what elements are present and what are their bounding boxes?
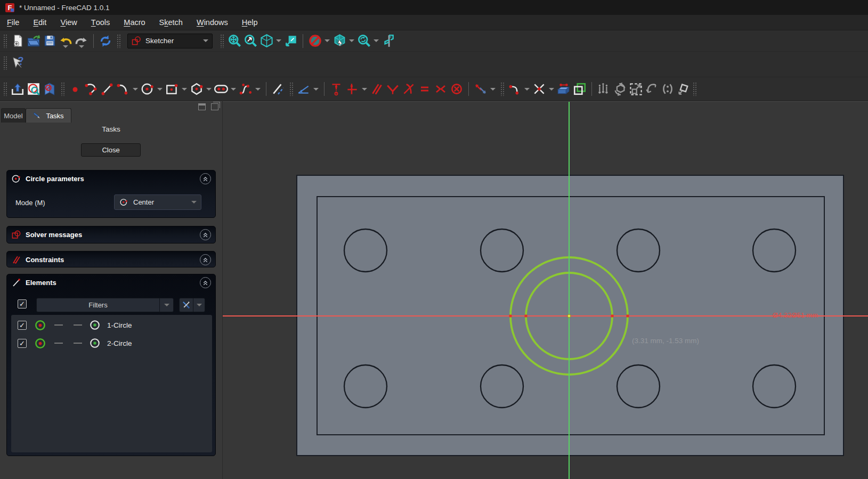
menu-sketch[interactable]: Sketch [152, 15, 190, 30]
filters-dropdown-caret[interactable] [159, 298, 173, 312]
polygon-dropdown-caret[interactable] [206, 88, 212, 91]
view-section-button[interactable] [42, 80, 58, 98]
element-checkbox[interactable]: ✓ [18, 339, 27, 348]
toolbar-grip[interactable] [3, 82, 7, 96]
element-checkbox[interactable]: ✓ [18, 321, 27, 330]
fillet-button[interactable] [507, 80, 523, 98]
scale-transform-button[interactable] [628, 80, 644, 98]
section-header[interactable]: Constraints [7, 251, 215, 267]
bspline-dropdown-caret[interactable] [255, 88, 261, 91]
menu-edit[interactable]: Edit [26, 15, 53, 30]
filters-dropdown[interactable]: Filters [36, 298, 174, 312]
symmetry-button[interactable] [660, 80, 676, 98]
constrain-horizontal-vertical-button[interactable] [344, 80, 360, 98]
zoom-dropdown-caret[interactable] [374, 39, 379, 42]
menu-view[interactable]: View [53, 15, 84, 30]
view-dropdown-caret[interactable] [276, 39, 281, 42]
toolbar-grip[interactable] [3, 34, 7, 48]
collapse-chevron-icon[interactable] [200, 229, 211, 240]
toolbar-grip[interactable] [220, 34, 224, 48]
menu-macro[interactable]: Macro [117, 15, 152, 30]
constrain-distance-vertical-button[interactable] [328, 80, 344, 98]
toolbar-grip[interactable] [693, 82, 697, 96]
workbench-selector[interactable]: Sketcher [127, 34, 213, 48]
lock-dropdown-caret[interactable] [490, 88, 496, 91]
float-panel-icon[interactable] [211, 103, 218, 110]
menu-tools[interactable]: Tools [84, 15, 117, 30]
create-circle-button[interactable] [140, 80, 156, 98]
filters-settings-button[interactable] [179, 298, 193, 312]
create-arc-button[interactable] [115, 80, 131, 98]
section-header[interactable]: Circle parameters [7, 171, 215, 186]
element-row[interactable]: ✓ 1-Circle [11, 317, 212, 333]
circle-dropdown-caret[interactable] [157, 88, 163, 91]
leave-sketch-button[interactable] [10, 80, 26, 98]
whats-this-button[interactable] [10, 56, 26, 73]
constrain-block-button[interactable] [449, 80, 465, 98]
toolbar-grip[interactable] [61, 82, 65, 96]
constrain-tangent-button[interactable] [401, 80, 417, 98]
create-rectangle-button[interactable] [164, 80, 180, 98]
polar-transform-button[interactable] [612, 80, 628, 98]
constrain-parallel-button[interactable] [369, 80, 385, 98]
redo-button[interactable] [74, 34, 90, 46]
menu-file[interactable]: File [0, 15, 26, 30]
clipping-plane-button[interactable] [307, 33, 323, 50]
section-header[interactable]: Elements [7, 274, 215, 290]
collapse-chevron-icon[interactable] [200, 254, 211, 265]
menu-help[interactable]: Help [235, 15, 265, 30]
undo-dropdown-caret[interactable] [63, 45, 68, 48]
constrain-lock-button[interactable] [473, 80, 489, 98]
tab-model[interactable]: Model [1, 108, 26, 123]
constrain-hv-dropdown-caret[interactable] [362, 88, 367, 91]
toolbar-grip[interactable] [500, 82, 505, 96]
dock-panel-icon[interactable] [198, 103, 206, 110]
zoom-tools-button[interactable] [356, 33, 372, 50]
toolbar-grip[interactable] [3, 56, 7, 70]
dimension-button[interactable] [296, 80, 312, 98]
redo-dropdown-caret[interactable] [79, 45, 84, 48]
sketch-canvas[interactable]: Ø4.32Ø51 mm (3.31 mm, -1.53 mm) [223, 102, 868, 479]
zoom-selection-button[interactable] [242, 33, 258, 50]
navigation-cube-button[interactable] [331, 33, 347, 50]
refresh-button[interactable] [98, 33, 113, 50]
open-document-button[interactable] [26, 33, 42, 50]
filters-settings-caret[interactable] [193, 298, 205, 312]
trim-dropdown-caret[interactable] [549, 88, 554, 91]
external-geometry-button[interactable] [556, 80, 572, 98]
fit-all-button[interactable] [226, 33, 242, 50]
create-polyline-button[interactable] [83, 80, 99, 98]
new-document-button[interactable] [10, 33, 26, 50]
clipping-dropdown-caret[interactable] [325, 39, 330, 42]
constrain-equal-button[interactable] [417, 80, 433, 98]
constrain-symmetric-button[interactable] [433, 80, 449, 98]
element-row[interactable]: ✓ 2-Circle [11, 335, 212, 351]
elements-visibility-checkbox[interactable]: ✓ [18, 299, 27, 308]
create-line-button[interactable] [99, 80, 115, 98]
save-document-button[interactable] [42, 33, 58, 50]
mode-dropdown[interactable]: Center [114, 194, 201, 210]
create-bspline-button[interactable] [238, 80, 254, 98]
trim-button[interactable] [531, 80, 547, 98]
mode-dropdown-caret[interactable] [191, 201, 197, 204]
fillet-dropdown-caret[interactable] [524, 88, 530, 91]
close-button[interactable]: Close [81, 143, 141, 157]
3d-viewport[interactable]: Ø4.32Ø51 mm (3.31 mm, -1.53 mm) [223, 101, 868, 479]
navigation-dropdown-caret[interactable] [349, 39, 354, 42]
sync-view-button[interactable] [283, 33, 299, 50]
move-transform-button[interactable] [676, 80, 692, 98]
menu-windows[interactable]: Windows [190, 15, 235, 30]
undo-button[interactable] [58, 34, 74, 46]
constrain-perpendicular-button[interactable] [385, 80, 401, 98]
isometric-view-button[interactable] [258, 33, 274, 50]
create-slot-button[interactable] [213, 80, 229, 98]
rectangle-dropdown-caret[interactable] [182, 88, 187, 91]
internal-alignment-button[interactable] [596, 80, 612, 98]
toolbar-grip[interactable] [117, 34, 121, 48]
measure-button[interactable] [380, 33, 396, 50]
section-header[interactable]: Solver messages [7, 226, 215, 242]
toolbar-grip[interactable] [289, 82, 294, 96]
view-sketch-button[interactable] [26, 80, 42, 98]
carbon-copy-button[interactable] [572, 80, 588, 98]
collapse-chevron-icon[interactable] [200, 173, 211, 184]
